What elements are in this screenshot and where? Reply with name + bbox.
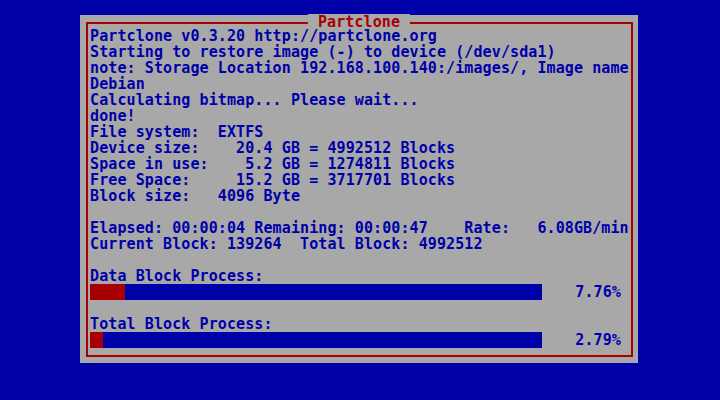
progress-label: Total Block Process: (90, 316, 632, 332)
terminal-line: Block size: 4096 Byte (90, 188, 632, 204)
terminal-output: Partclone v0.3.20 http://partclone.orgSt… (90, 28, 632, 348)
progress-label: Data Block Process: (90, 268, 632, 284)
progress-bar-fill (90, 284, 125, 300)
terminal-line: Free Space: 15.2 GB = 3717701 Blocks (90, 172, 632, 188)
terminal-line: Debian (90, 76, 632, 92)
terminal-line: done! (90, 108, 632, 124)
blank-line (90, 252, 632, 268)
terminal-line (90, 204, 632, 220)
progress-percent: 2.79% (573, 332, 621, 348)
progress-bar-track (90, 332, 542, 348)
terminal-line: Partclone v0.3.20 http://partclone.org (90, 28, 632, 44)
terminal-line: File system: EXTFS (90, 124, 632, 140)
progress-bar-track (90, 284, 542, 300)
blank-line (90, 300, 632, 316)
progress-percent: 7.76% (573, 284, 621, 300)
terminal-line: Calculating bitmap... Please wait... (90, 92, 632, 108)
progress-bar-fill (90, 332, 103, 348)
partclone-dialog: Partclone Partclone v0.3.20 http://partc… (80, 15, 638, 363)
terminal-line: Space in use: 5.2 GB = 1274811 Blocks (90, 156, 632, 172)
terminal-line: Starting to restore image (-) to device … (90, 44, 632, 60)
progress-row: 7.76% (90, 284, 632, 300)
terminal-line: Elapsed: 00:00:04 Remaining: 00:00:47 Ra… (90, 220, 632, 236)
terminal-line: note: Storage Location 192.168.100.140:/… (90, 60, 632, 76)
terminal-line: Device size: 20.4 GB = 4992512 Blocks (90, 140, 632, 156)
terminal-line: Current Block: 139264 Total Block: 49925… (90, 236, 632, 252)
progress-row: 2.79% (90, 332, 632, 348)
